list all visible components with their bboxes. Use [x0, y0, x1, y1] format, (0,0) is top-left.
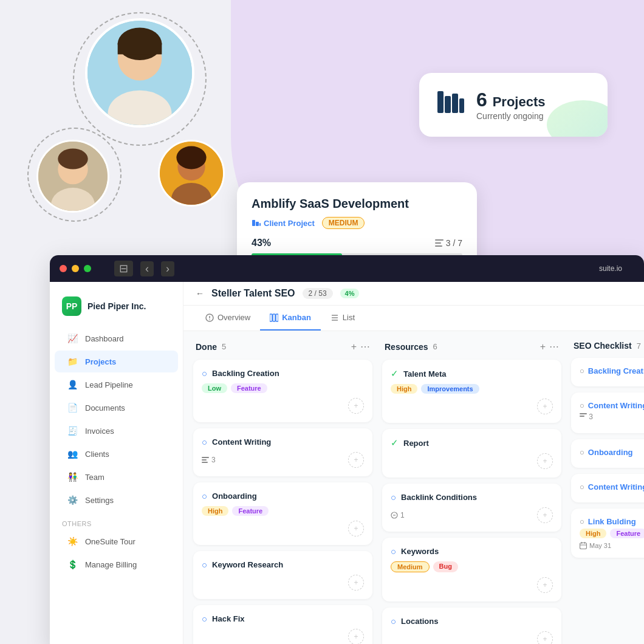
tab-list[interactable]: List: [321, 306, 365, 331]
sidebar-item-settings[interactable]: ⚙️ Settings: [55, 489, 178, 511]
seo-card-content-writing-1: ○ Content Writing 3: [571, 392, 644, 433]
col-title-resources: Resources: [385, 342, 428, 352]
col-header-seo: SEO Checklist 7: [571, 341, 644, 351]
sidebar-item-manage-billing[interactable]: 💲 Manage Billing: [55, 553, 178, 575]
seo-title-content1: ○ Content Writing: [580, 401, 644, 410]
sidebar-label-settings: Settings: [85, 496, 114, 505]
svg-rect-22: [435, 245, 442, 247]
tag-high-talent: High: [391, 384, 417, 394]
kanban-icon: [270, 313, 278, 322]
user-placeholder-keywords: +: [537, 577, 553, 593]
traffic-light-red[interactable]: [60, 265, 67, 272]
seo-check-content2: ○: [580, 482, 584, 492]
card-title-keywords: Keywords: [401, 547, 439, 556]
seo-title-content2: ○ Content Writing: [580, 482, 644, 492]
sidebar-item-dashboard[interactable]: 📈 Dashboard: [55, 327, 178, 349]
tag-feature-onboarding: Feature: [232, 506, 269, 516]
sidebar-item-projects[interactable]: 📁 Projects: [55, 351, 178, 372]
app-window: ⊟ ‹ › suite.io PP Pied Piper Inc. 📈 Dash…: [50, 255, 644, 644]
projects-icon: [436, 87, 465, 122]
main-content: ← Steller Talent SEO 2 / 53 4% Overview: [183, 282, 644, 644]
tag-bug-keywords: Bug: [433, 561, 458, 572]
sidebar-label-clients: Clients: [85, 450, 109, 459]
svg-rect-16: [459, 98, 464, 113]
seo-card-link-building: ○ Link Bulding High Feature: [571, 509, 644, 558]
kanban-board: Done 5 + ⋯ ○ Backling Creation: [183, 331, 644, 644]
logo-icon: PP: [62, 296, 81, 316]
tag-feature-backling: Feature: [231, 383, 267, 393]
lead-pipeline-icon: 👤: [67, 380, 78, 389]
tag-medium-keywords: Medium: [391, 561, 430, 572]
col-more-done[interactable]: ⋯: [360, 341, 370, 352]
sidebar-toggle-button[interactable]: ⊟: [114, 261, 133, 276]
progress-row: 43% 3 / 7: [252, 238, 462, 248]
traffic-light-yellow[interactable]: [72, 265, 79, 272]
svg-rect-15: [452, 94, 458, 113]
card-title-locations: Locations: [401, 617, 438, 626]
card-title-backling: Backling Creation: [212, 369, 279, 378]
traffic-light-green[interactable]: [84, 265, 91, 272]
seo-title-backling: ○ Backling Creation: [580, 366, 644, 375]
user-placeholder-keyword: +: [348, 575, 364, 591]
seo-check-onboarding: ○: [580, 448, 584, 457]
user-placeholder-onboarding: +: [348, 521, 364, 536]
col-count-resources: 6: [433, 342, 437, 351]
sidebar-item-clients[interactable]: 👥 Clients: [55, 443, 178, 465]
projects-card-text: 6 Projects Currently ongoing: [476, 89, 546, 121]
dashboard-icon: 📈: [67, 334, 78, 343]
card-keywords: ○ Keywords Medium Bug +: [382, 538, 561, 601]
seo-title-link: ○ Link Bulding: [580, 517, 644, 526]
back-button[interactable]: ←: [196, 289, 204, 298]
check-icon-content: ○: [202, 437, 207, 447]
tab-overview[interactable]: Overview: [196, 306, 260, 331]
sidebar-item-lead-pipeline[interactable]: 👤 Lead Pipeline: [55, 374, 178, 396]
topbar: ← Steller Talent SEO 2 / 53 4%: [183, 282, 644, 306]
kanban-col-done: Done 5 + ⋯ ○ Backling Creation: [193, 341, 372, 640]
progress-pct: 43%: [252, 238, 271, 248]
floating-card-meta: Client Project MEDIUM: [252, 217, 462, 229]
card-keyword-research: ○ Keyword Research +: [193, 551, 372, 599]
check-icon-report: ✓: [391, 437, 399, 448]
col-count-done: 5: [222, 342, 226, 351]
sidebar-item-team[interactable]: 👫 Team: [55, 466, 178, 488]
kanban-col-seo: SEO Checklist 7 ○ Backling Creation: [571, 341, 644, 640]
sidebar-label-dashboard: Dashboard: [85, 334, 124, 343]
svg-rect-17: [252, 220, 255, 226]
user-placeholder-hack: +: [348, 629, 364, 644]
seo-check-link: ○: [580, 517, 584, 526]
tab-kanban[interactable]: Kanban: [260, 306, 321, 331]
forward-nav-button[interactable]: ›: [161, 261, 174, 276]
check-icon-locations: ○: [391, 616, 396, 626]
clients-icon: 👥: [67, 449, 78, 459]
card-onboarding: ○ Onboarding High Feature +: [193, 482, 372, 545]
user-placeholder-talent: +: [537, 399, 553, 414]
sidebar-item-documents[interactable]: 📄 Documents: [55, 397, 178, 419]
sidebar-item-onesuite-tour[interactable]: ☀️ OneSuite Tour: [55, 530, 178, 552]
sidebar-item-invoices[interactable]: 🧾 Invoices: [55, 420, 178, 442]
seo-check-content1: ○: [580, 401, 584, 410]
user-placeholder-locations: +: [537, 631, 553, 644]
project-title: Steller Talent SEO: [211, 288, 295, 299]
card-sub-content: 3: [202, 456, 216, 464]
tag-low-backling: Low: [202, 383, 227, 393]
svg-rect-45: [202, 459, 207, 461]
svg-rect-14: [445, 96, 451, 113]
svg-rect-19: [259, 223, 261, 226]
col-header-resources: Resources 6 + ⋯: [382, 341, 561, 352]
check-icon-talent: ✓: [391, 368, 399, 379]
svg-rect-49: [580, 413, 587, 414]
manage-billing-icon: 💲: [67, 560, 78, 569]
back-nav-button[interactable]: ‹: [140, 261, 154, 276]
col-title-seo: SEO Checklist: [574, 341, 632, 351]
col-add-done[interactable]: +: [351, 341, 357, 352]
check-icon-hack: ○: [202, 614, 207, 624]
check-icon-onboarding: ○: [202, 491, 207, 501]
svg-rect-18: [256, 222, 259, 226]
col-more-resources[interactable]: ⋯: [549, 341, 559, 352]
col-add-resources[interactable]: +: [540, 341, 546, 352]
svg-rect-46: [202, 462, 208, 463]
user-placeholder-backlink: +: [537, 507, 553, 523]
tag-high-onboarding: High: [202, 506, 228, 516]
check-icon-backling: ○: [202, 368, 207, 379]
kanban-col-resources: Resources 6 + ⋯ ✓ Talent Meta: [382, 341, 561, 640]
